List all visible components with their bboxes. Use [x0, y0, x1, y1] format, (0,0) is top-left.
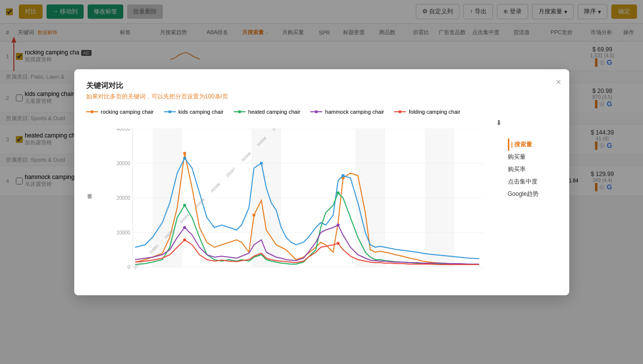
line-chart: 40000 30000 20000 10000 0	[95, 129, 502, 196]
svg-point-7	[168, 110, 171, 113]
modal-close-button[interactable]: ×	[556, 77, 561, 88]
comparison-modal: × 关键词对比 如果对比多页的关键词，可以先把分页设置为100条/页 rocki…	[74, 69, 569, 196]
legend-label: heated camping chair	[248, 109, 300, 115]
download-chart-button[interactable]: ⬇	[496, 119, 502, 127]
svg-point-29	[183, 152, 186, 155]
svg-point-34	[342, 174, 345, 177]
modal-title: 关键词对比	[86, 81, 557, 91]
svg-point-9	[238, 110, 241, 113]
legend-label: hammock camping chair	[325, 109, 384, 115]
svg-point-5	[91, 110, 94, 113]
legend-label: rocking camping chair	[101, 109, 154, 115]
svg-text:30000: 30000	[116, 161, 130, 166]
metric-search-volume[interactable]: | 搜索量	[508, 138, 557, 151]
chart-container: ⬇ 搜索量	[86, 119, 557, 196]
metric-click-concentration[interactable]: 点击集中度	[508, 176, 557, 188]
svg-text:20000: 20000	[116, 195, 130, 196]
metric-purchase-rate[interactable]: 购买率	[508, 163, 557, 176]
svg-text:202006: 202006	[210, 182, 221, 193]
legend-item-rocking: rocking camping chair	[86, 109, 154, 115]
legend-label: kids camping chair	[179, 109, 224, 115]
svg-text:202007: 202007	[225, 167, 236, 178]
modal-subtitle: 如果对比多页的关键词，可以先把分页设置为100条/页	[86, 92, 557, 101]
chart-metrics-panel: | 搜索量 购买量 购买率 点击集中度 Google趋势	[508, 119, 557, 196]
svg-text:202008: 202008	[241, 151, 251, 162]
metric-google-trend[interactable]: Google趋势	[508, 188, 557, 196]
svg-point-13	[398, 110, 401, 113]
svg-rect-17	[425, 129, 454, 196]
svg-point-11	[315, 110, 318, 113]
chart-legend: rocking camping chair kids camping chair…	[86, 109, 557, 115]
y-axis-label: 搜索量	[86, 129, 93, 196]
legend-item-hammock: hammock camping chair	[310, 109, 384, 115]
legend-item-kids: kids camping chair	[164, 109, 224, 115]
legend-item-folding: folding camping chair	[394, 109, 460, 115]
svg-rect-14	[152, 129, 182, 196]
legend-label: folding camping chair	[409, 109, 460, 115]
metric-purchase-volume[interactable]: 购买量	[508, 151, 557, 163]
chart-left: ⬇ 搜索量	[86, 119, 502, 196]
svg-text:40000: 40000	[116, 129, 130, 132]
svg-point-36	[337, 191, 340, 194]
svg-point-33	[260, 162, 263, 165]
modal-overlay[interactable]: × 关键词对比 如果对比多页的关键词，可以先把分页设置为100条/页 rocki…	[0, 0, 643, 196]
legend-item-heated: heated camping chair	[234, 109, 300, 115]
svg-point-32	[183, 157, 186, 160]
